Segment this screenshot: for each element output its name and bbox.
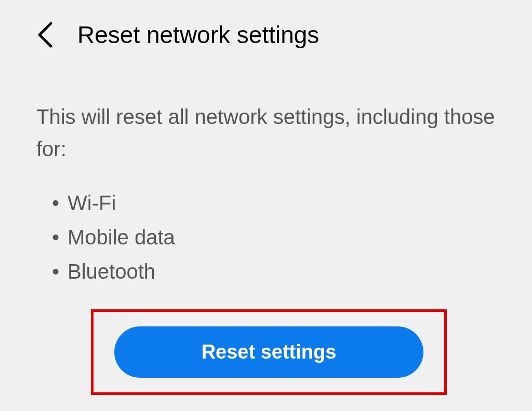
highlight-annotation: Reset settings [91, 309, 447, 395]
list-item: Mobile data [68, 220, 496, 254]
list-item: Wi-Fi [68, 186, 496, 220]
page-title: Reset network settings [77, 21, 319, 49]
reset-settings-button[interactable]: Reset settings [114, 326, 423, 378]
back-icon[interactable] [36, 21, 54, 48]
reset-items-list: Wi-Fi Mobile data Bluetooth [36, 186, 496, 289]
page-header: Reset network settings [36, 21, 496, 49]
list-item: Bluetooth [68, 254, 496, 289]
description-text: This will reset all network settings, in… [36, 101, 496, 165]
